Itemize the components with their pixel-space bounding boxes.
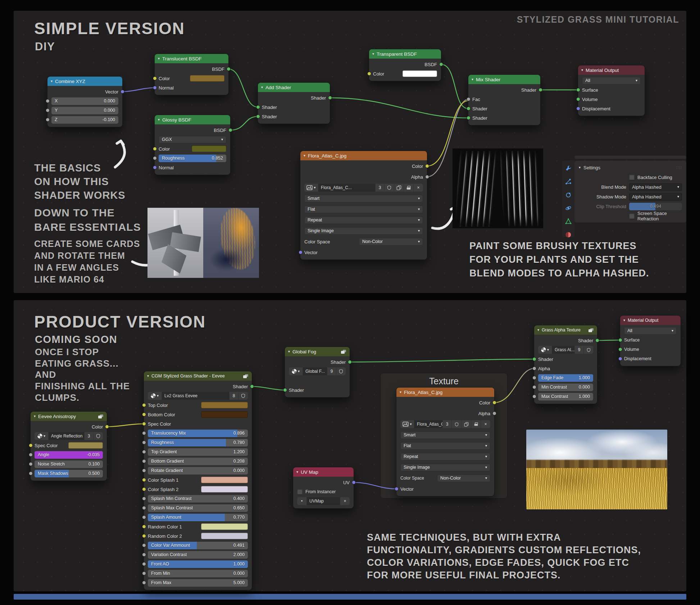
node-header[interactable]: ▾Mix Shader	[468, 75, 540, 84]
max-contrast-field[interactable]: Max Contrast1.000	[538, 393, 593, 400]
users-count-button[interactable]: 9	[575, 346, 583, 354]
color-splash2-swatch[interactable]	[201, 486, 248, 492]
noise-stretch-field[interactable]: Noise Stretch0.100	[35, 460, 103, 468]
mask-shadows-slider[interactable]: Mask Shadows0.500	[35, 470, 103, 477]
collapse-icon[interactable]: ▾	[158, 57, 160, 60]
material-sphere-icon[interactable]: ▾	[538, 346, 552, 354]
ssr-checkbox[interactable]	[629, 214, 635, 219]
image-name-field[interactable]: Flora_Atlas_C...	[414, 420, 442, 428]
nodegroup-name[interactable]: Grass Al...	[552, 346, 574, 354]
socket-bsdf-out[interactable]	[227, 67, 231, 71]
blend-mode-dropdown[interactable]: Alpha Hashed▾	[629, 183, 682, 191]
socket-shader-out[interactable]	[538, 88, 542, 92]
socket-volume-in[interactable]	[576, 97, 580, 101]
socket-shader-out[interactable]	[250, 385, 254, 389]
socket-from-min-in[interactable]	[142, 572, 146, 576]
fake-user-shield-icon[interactable]	[94, 432, 103, 440]
socket-color-var-in[interactable]	[142, 544, 146, 547]
node-header[interactable]: ▾Transparent BSDF	[369, 49, 441, 59]
socket-top-gradient-in[interactable]	[142, 450, 146, 454]
socket-surface-in[interactable]	[618, 338, 622, 342]
socket-random-color1-in[interactable]	[142, 525, 146, 529]
interpolation-dropdown[interactable]: Smart▾	[304, 195, 423, 202]
socket-shader1-in[interactable]	[467, 107, 471, 111]
socket-volume-in[interactable]	[618, 348, 622, 352]
image-icon[interactable]: ▾	[400, 420, 414, 428]
socket-random-color2-in[interactable]	[142, 534, 146, 538]
colorspace-dropdown[interactable]: Non-Color▾	[437, 475, 490, 482]
collapse-icon[interactable]: ▾	[261, 86, 263, 89]
node-header[interactable]: ▾Translucent BSDF	[155, 54, 228, 63]
geometry-data-icon[interactable]	[565, 218, 572, 226]
collapse-icon[interactable]: ▾	[623, 318, 625, 322]
socket-vector-in[interactable]	[395, 487, 399, 491]
scene-icon[interactable]	[565, 192, 572, 200]
new-image-copy-icon[interactable]	[394, 184, 404, 192]
socket-shader-out[interactable]	[328, 96, 332, 100]
z-field[interactable]: Z-0.100	[51, 116, 118, 124]
socket-z-in[interactable]	[46, 118, 50, 122]
socket-shader-out[interactable]	[595, 339, 599, 343]
socket-color-out[interactable]	[492, 401, 496, 405]
top-color-swatch[interactable]	[201, 402, 248, 408]
node-header[interactable]: ▾Combine XYZ	[47, 77, 122, 86]
users-count-button[interactable]: 3	[443, 420, 451, 428]
users-count-button[interactable]: 9	[327, 367, 336, 375]
splash-min-contrast-field[interactable]: Splash Min Contrast0.400	[148, 495, 248, 503]
clear-x-icon[interactable]: ×	[340, 497, 350, 505]
collapse-icon[interactable]: ▾	[372, 52, 374, 56]
collapse-icon[interactable]: ▾	[288, 350, 290, 353]
color-swatch[interactable]	[403, 70, 437, 77]
node-header[interactable]: ▾UV Map	[293, 467, 354, 477]
node-header[interactable]: ▾Add Shader	[258, 83, 330, 92]
collapse-icon[interactable]: ▾	[472, 78, 473, 81]
drag-grip-icon[interactable]: ::::	[676, 165, 682, 170]
socket-spec-color-in[interactable]	[142, 422, 146, 426]
socket-alpha-out[interactable]	[425, 175, 429, 179]
socket-edge-fade-in[interactable]	[532, 376, 536, 380]
socket-color-in[interactable]	[153, 147, 157, 151]
nodegroup-selector[interactable]: ▾ Lv2 Grass Eevee 8	[148, 392, 248, 400]
random-color2-swatch[interactable]	[201, 533, 248, 539]
clip-threshold-slider[interactable]: 0.494	[629, 203, 682, 210]
socket-alpha-out[interactable]	[492, 412, 496, 416]
socket-normal-in[interactable]	[153, 166, 157, 170]
color-var-amount-slider[interactable]: Color Var Ammount0.491	[148, 542, 248, 549]
socket-color-in[interactable]	[367, 72, 371, 76]
nodegroup-name[interactable]: Global F...	[303, 367, 327, 375]
extension-dropdown[interactable]: Repeat▾	[400, 453, 490, 460]
socket-displacement-in[interactable]	[576, 107, 580, 111]
color-swatch[interactable]	[192, 146, 226, 152]
unlink-close-icon[interactable]: ×	[414, 184, 423, 192]
socket-shader-in[interactable]	[283, 388, 287, 392]
source-dropdown[interactable]: Single Image▾	[304, 227, 423, 235]
socket-normal-in[interactable]	[153, 86, 157, 90]
node-header[interactable]: ▾Global Fog	[285, 347, 350, 356]
material-icon[interactable]	[565, 232, 572, 239]
unpack-icon[interactable]	[404, 184, 413, 192]
unpack-icon[interactable]	[471, 420, 481, 428]
backface-culling-checkbox[interactable]	[629, 175, 635, 180]
socket-min-contrast-in[interactable]	[532, 385, 536, 389]
bottom-color-swatch[interactable]	[201, 411, 248, 418]
from-instancer-checkbox[interactable]	[297, 489, 303, 495]
socket-splash-max-in[interactable]	[142, 506, 146, 510]
fake-user-shield-icon[interactable]	[238, 392, 248, 400]
socket-shader2-in[interactable]	[256, 115, 260, 119]
node-header[interactable]: ▾Eevee Anisotropy	[31, 412, 107, 421]
node-header[interactable]: ▾Flora_Atlas_C.jpg	[300, 151, 427, 160]
front-ao-slider[interactable]: Front AO1.000	[148, 560, 248, 568]
socket-color-out[interactable]	[425, 164, 429, 168]
random-color1-swatch[interactable]	[201, 523, 248, 530]
modifier-nodes-icon[interactable]	[565, 178, 572, 186]
socket-roughness-in[interactable]	[142, 441, 146, 445]
socket-spec-color-in[interactable]	[29, 444, 33, 448]
socket-bsdf-out[interactable]	[228, 128, 232, 132]
node-header[interactable]: ▾Grass Alpha Texture	[534, 325, 597, 335]
node-header[interactable]: ▾Glossy BSDF	[155, 115, 230, 124]
top-gradient-field[interactable]: Top Gradient1.200	[148, 448, 248, 456]
fake-user-shield-icon[interactable]	[336, 367, 346, 375]
target-dropdown[interactable]: All▾	[624, 327, 677, 335]
fake-user-shield-icon[interactable]	[584, 346, 593, 354]
socket-shader-in[interactable]	[532, 357, 536, 361]
